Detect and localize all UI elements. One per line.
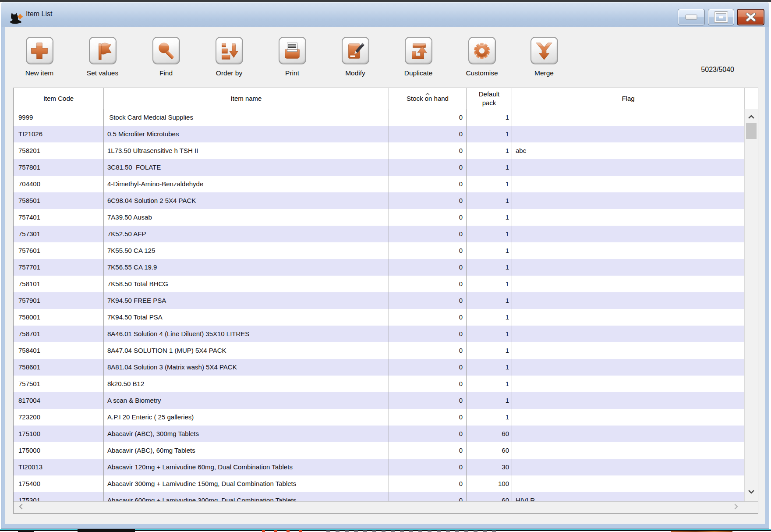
background-fragment-logo — [78, 529, 135, 532]
table-row[interactable]: 7587018A46.01 Solution 4 (Line Diluent) … — [14, 326, 744, 342]
table-row[interactable]: 175301Abacavir 600mg + Lamivudine 300mg,… — [14, 492, 744, 501]
cell-item-code: 9999 — [14, 109, 103, 126]
background-fragment-orange-marks — [262, 530, 310, 532]
cell-item-name: Abacavir 120mg + Lamivudine 60mg, Dual C… — [103, 459, 389, 475]
cell-item-name: A scan & Biometry — [103, 392, 389, 409]
cell-default-pack: 1 — [466, 126, 512, 142]
cell-default-pack: 1 — [466, 326, 512, 342]
cell-flag — [512, 359, 744, 376]
toolbar-button-customise[interactable]: Customise — [455, 37, 509, 77]
cell-flag: HIVLR — [512, 492, 744, 501]
cell-flag — [512, 442, 744, 459]
cell-default-pack: 1 — [466, 309, 512, 326]
table-row[interactable]: 7574017A39.50 Ausab01 — [14, 209, 744, 226]
cell-stock-on-hand: 0 — [389, 426, 466, 442]
toolbar-button-order-by[interactable]: Order by — [202, 37, 256, 77]
cell-flag — [512, 459, 744, 475]
cell-item-name: Abacavir 600mg + Lamivudine 300mg, Dual … — [103, 492, 389, 501]
cell-item-code: 175400 — [14, 475, 103, 492]
table-row[interactable]: TI210260.5 Microliter Microtubes01 — [14, 126, 744, 142]
cell-stock-on-hand: 0 — [389, 192, 466, 209]
cell-flag — [512, 376, 744, 392]
pencil-page-icon — [342, 37, 369, 64]
close-button[interactable] — [737, 9, 764, 25]
cell-stock-on-hand: 0 — [389, 442, 466, 459]
minimize-button[interactable] — [678, 9, 705, 25]
table-row[interactable]: 7585016C98.04 Solution 2 5X4 PACK01 — [14, 192, 744, 209]
maximize-button[interactable] — [708, 9, 734, 25]
cell-stock-on-hand: 0 — [389, 259, 466, 276]
cell-item-code: TI20013 — [14, 459, 103, 475]
cell-item-name: 1L73.50 Ultrasensitive h TSH II — [103, 142, 389, 159]
cell-stock-on-hand: 0 — [389, 492, 466, 501]
vertical-scrollbar[interactable] — [744, 109, 758, 501]
toolbar-button-new-item[interactable]: New item — [12, 37, 67, 77]
table-row[interactable]: 7573017K52.50 AFP01 — [14, 226, 744, 242]
item-list-window: Item List New item Set values Find Order… — [1, 2, 769, 529]
scroll-up-icon[interactable] — [748, 113, 754, 121]
column-header-item-name[interactable]: Item name — [103, 88, 389, 109]
table-row[interactable]: 7577017K56.55 CA 19.901 — [14, 259, 744, 276]
cell-stock-on-hand: 0 — [389, 159, 466, 176]
cell-flag — [512, 109, 744, 126]
table-body: 9999 Stock Card Medcial Supplies01TI2102… — [14, 109, 744, 501]
cell-item-name: 6C98.04 Solution 2 5X4 PACK — [103, 192, 389, 209]
table-row[interactable]: 7579017K94.50 FREE PSA01 — [14, 292, 744, 309]
table-row[interactable]: 175000Abacavir (ABC), 60mg Tablets060 — [14, 442, 744, 459]
cell-item-name: A.P.I 20 Enteric ( 25 galleries) — [103, 409, 389, 426]
table-row[interactable]: 723200A.P.I 20 Enteric ( 25 galleries)01 — [14, 409, 744, 426]
cell-default-pack: 1 — [466, 359, 512, 376]
table-row[interactable]: 7575018k20.50 B1201 — [14, 376, 744, 392]
vertical-scrollbar-thumb[interactable] — [746, 123, 757, 139]
cell-stock-on-hand: 0 — [389, 459, 466, 475]
toolbar-button-label: Merge — [534, 69, 554, 77]
scroll-down-icon[interactable] — [748, 488, 754, 496]
cell-item-code: 757401 — [14, 209, 103, 226]
table-row[interactable]: 175400Abacavir 300mg + Lamivudine 150mg,… — [14, 475, 744, 492]
toolbar-button-modify[interactable]: Modify — [328, 37, 382, 77]
column-header-item-code[interactable]: Item Code — [14, 88, 103, 109]
cell-stock-on-hand: 0 — [389, 209, 466, 226]
cell-item-code: 757701 — [14, 259, 103, 276]
table-row[interactable]: 7582011L73.50 Ultrasensitive h TSH II01a… — [14, 142, 744, 159]
table-row[interactable]: 7584018A47.04 SOLUTION 1 (MUP) 5X4 PACK0… — [14, 342, 744, 359]
toolbar-button-print[interactable]: Print — [265, 37, 319, 77]
table-row[interactable]: 7576017K55.50 CA 12501 — [14, 242, 744, 259]
cell-stock-on-hand: 0 — [389, 342, 466, 359]
table-row[interactable]: 7044004-Dimethyl-Amino-Benzaldehyde01 — [14, 176, 744, 192]
table-row[interactable]: 7581017K58.50 Total BHCG01 — [14, 276, 744, 292]
item-list-table: Item CodeItem nameStock on handDefault p… — [13, 88, 758, 514]
cell-flag: abc — [512, 142, 744, 159]
cell-default-pack: 1 — [466, 259, 512, 276]
cell-default-pack: 60 — [466, 442, 512, 459]
table-row[interactable]: TI20013Abacavir 120mg + Lamivudine 60mg,… — [14, 459, 744, 475]
table-row[interactable]: 817004A scan & Biometry01 — [14, 392, 744, 409]
cell-flag — [512, 242, 744, 259]
cell-item-code: 758601 — [14, 359, 103, 376]
horizontal-scrollbar[interactable] — [14, 501, 758, 513]
scroll-left-icon[interactable] — [19, 504, 23, 511]
cell-item-code: 758201 — [14, 142, 103, 159]
toolbar-button-merge[interactable]: Merge — [517, 37, 571, 77]
toolbar-button-find[interactable]: Find — [139, 37, 193, 77]
cell-item-name: 8A46.01 Solution 4 (Line Diluent) 35X10 … — [103, 326, 389, 342]
toolbar-button-set-values[interactable]: Set values — [75, 37, 130, 77]
table-row[interactable]: 175100Abacavir (ABC), 300mg Tablets060 — [14, 426, 744, 442]
cell-stock-on-hand: 0 — [389, 242, 466, 259]
cell-default-pack: 1 — [466, 392, 512, 409]
window-titlebar[interactable]: Item List — [1, 2, 769, 27]
toolbar-button-duplicate[interactable]: Duplicate — [391, 37, 446, 77]
cell-item-name: 8A47.04 SOLUTION 1 (MUP) 5X4 PACK — [103, 342, 389, 359]
column-header-default-pack[interactable]: Default pack — [466, 88, 512, 109]
table-row[interactable]: 9999 Stock Card Medcial Supplies01 — [14, 109, 744, 126]
table-row[interactable]: 7578013C81.50 FOLATE01 — [14, 159, 744, 176]
column-header-stock-on-hand[interactable]: Stock on hand — [389, 88, 466, 109]
scroll-right-icon[interactable] — [734, 504, 738, 511]
column-header-flag[interactable]: Flag — [512, 88, 744, 109]
cell-flag — [512, 192, 744, 209]
table-row[interactable]: 7586018A81.04 Solution 3 (Matrix wash) 5… — [14, 359, 744, 376]
screenshot-root: Item List New item Set values Find Order… — [0, 0, 771, 532]
table-row[interactable]: 7580017K94.50 Total PSA01 — [14, 309, 744, 326]
cell-stock-on-hand: 0 — [389, 326, 466, 342]
flag-icon — [89, 37, 117, 64]
